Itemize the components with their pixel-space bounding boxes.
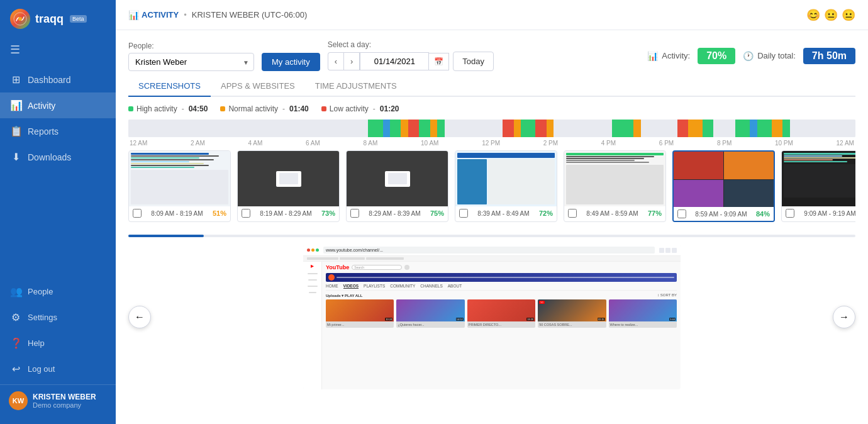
my-activity-button[interactable]: My activity bbox=[262, 53, 320, 71]
preview-section: ← www.youtube.com/channel/... bbox=[128, 245, 855, 389]
screenshot-checkbox-6[interactable] bbox=[677, 209, 686, 218]
activity-percentage-badge: 70% bbox=[698, 48, 735, 64]
sidebar-item-label-activity: Activity bbox=[28, 101, 55, 111]
downloads-icon: ⬇ bbox=[10, 151, 21, 163]
sidebar-item-dashboard[interactable]: ⊞ Dashboard bbox=[0, 67, 116, 92]
screenshot-time-6: 8:59 AM - 9:09 AM bbox=[695, 211, 747, 218]
screenshots-list: 8:09 AM - 8:19 AM 51% 8:19 AM - 8:29 AM … bbox=[128, 150, 855, 227]
screenshot-card-7[interactable]: 9:09 AM - 9:19 AM 99% bbox=[781, 150, 855, 222]
timeline-empty-5 bbox=[713, 120, 735, 137]
tab-screenshots[interactable]: SCREENSHOTS bbox=[128, 76, 211, 97]
screenshot-card-5[interactable]: 8:49 AM - 8:59 AM 77% bbox=[564, 150, 666, 222]
screenshot-time-5: 8:49 AM - 8:59 AM bbox=[586, 210, 638, 217]
timeline-bar[interactable] bbox=[128, 120, 855, 137]
clock-icon: 🕐 bbox=[743, 51, 754, 61]
timeline-labels: 12 AM 2 AM 4 AM 6 AM 8 AM 10 AM 12 PM 2 … bbox=[128, 140, 855, 147]
screenshot-footer-6: 8:59 AM - 9:09 AM 84% bbox=[674, 207, 774, 221]
activity-stat-label: Activity: bbox=[662, 51, 690, 60]
timeline-seg-green1 bbox=[368, 120, 382, 137]
screenshot-card-4[interactable]: 8:39 AM - 8:49 AM 72% bbox=[455, 150, 557, 222]
settings-icon: ⚙ bbox=[10, 311, 21, 323]
sidebar-item-activity[interactable]: 📊 Activity bbox=[0, 92, 116, 118]
people-icon: 👥 bbox=[10, 286, 21, 298]
screenshot-card-3[interactable]: 8:29 AM - 8:39 AM 75% bbox=[346, 150, 448, 222]
browser-topbar: www.youtube.com/channel/... bbox=[303, 245, 681, 256]
screenshot-footer-5: 8:49 AM - 8:59 AM 77% bbox=[564, 206, 665, 220]
timeline-empty-4 bbox=[641, 120, 677, 137]
scroll-indicator[interactable] bbox=[128, 235, 855, 237]
daily-total-label: Daily total: bbox=[757, 51, 796, 60]
mood-emojis: 😊 😐 😐 bbox=[806, 8, 855, 22]
bar-chart-icon: 📊 bbox=[128, 10, 139, 20]
main-nav: ⊞ Dashboard 📊 Activity 📋 Reports ⬇ Downl… bbox=[0, 62, 116, 279]
screenshot-card-6[interactable]: 8:59 AM - 9:09 AM 84% bbox=[672, 150, 775, 222]
preview-next-button[interactable]: → bbox=[833, 306, 855, 328]
screenshot-card-2[interactable]: 8:19 AM - 8:29 AM 73% bbox=[237, 150, 340, 222]
screenshot-thumb-5 bbox=[564, 151, 665, 206]
daily-total-stat: 🕐 Daily total: bbox=[743, 51, 796, 61]
timeline-seg-green4 bbox=[437, 120, 445, 137]
timeline-seg-blue2 bbox=[750, 120, 757, 137]
low-activity-dot bbox=[321, 106, 326, 111]
screenshot-thumb-2 bbox=[238, 151, 339, 206]
sidebar-item-reports[interactable]: 📋 Reports bbox=[0, 118, 116, 144]
screenshot-checkbox-2[interactable] bbox=[242, 209, 250, 218]
yt-video-card-2: 14:52 ¿Quieres hacer... bbox=[396, 299, 464, 328]
breadcrumb-separator: • bbox=[184, 10, 187, 20]
topbar: 📊 ACTIVITY • KRISTEN WEBER (UTC-06:00) 😊… bbox=[116, 0, 868, 30]
screenshot-thumb-1 bbox=[129, 151, 230, 206]
date-next-button[interactable]: › bbox=[343, 52, 360, 70]
emoji-neutral2: 😐 bbox=[842, 8, 855, 22]
screenshot-pct-3: 75% bbox=[430, 209, 444, 217]
svg-point-1 bbox=[18, 17, 22, 21]
preview-prev-button[interactable]: ← bbox=[128, 306, 151, 328]
content-tabs: SCREENSHOTS APPS & WEBSITES TIME ADJUSTM… bbox=[128, 76, 855, 97]
thumb-inner-box-3 bbox=[385, 171, 410, 187]
screenshot-checkbox-7[interactable] bbox=[786, 209, 794, 218]
tab-time-adjustments[interactable]: TIME ADJUSTMENTS bbox=[305, 76, 407, 97]
screenshot-checkbox-4[interactable] bbox=[459, 209, 468, 218]
screenshot-pct-6: 84% bbox=[756, 210, 770, 218]
beta-badge: Beta bbox=[70, 15, 87, 23]
sidebar-item-help[interactable]: ❓ Help bbox=[0, 330, 116, 356]
yt-nav-tabs: HOME VIDEOS PLAYLISTS COMMUNITY CHANNELS… bbox=[326, 284, 677, 291]
date-prev-button[interactable]: ‹ bbox=[328, 52, 343, 70]
yt-main: YouTube Search bbox=[322, 262, 681, 389]
tab-apps-websites[interactable]: APPS & WEBSITES bbox=[211, 76, 305, 97]
sidebar-item-people[interactable]: 👥 People bbox=[0, 279, 116, 304]
thumb-inner-box-2 bbox=[276, 171, 301, 187]
screenshot-checkbox-3[interactable] bbox=[350, 209, 359, 218]
normal-activity-dot bbox=[220, 106, 225, 111]
scroll-thumb bbox=[128, 235, 204, 237]
timeline-seg-green8 bbox=[735, 120, 750, 137]
sidebar-item-settings[interactable]: ⚙ Settings bbox=[0, 304, 116, 330]
content-area: People: Kristen Weber ▼ My activity Sele… bbox=[116, 30, 868, 424]
timeline-seg-red3 bbox=[535, 120, 546, 137]
legend-normal: Normal activity - 01:40 bbox=[220, 104, 308, 113]
timeline-seg-red1 bbox=[408, 120, 419, 137]
topbar-user-name: KRISTEN WEBER (UTC-06:00) bbox=[192, 10, 307, 20]
people-select[interactable]: Kristen Weber bbox=[128, 53, 254, 71]
screenshot-footer-3: 8:29 AM - 8:39 AM 75% bbox=[347, 206, 448, 220]
main-content: 📊 ACTIVITY • KRISTEN WEBER (UTC-06:00) 😊… bbox=[116, 0, 868, 424]
screenshot-card-1[interactable]: 8:09 AM - 8:19 AM 51% bbox=[128, 150, 231, 222]
screenshot-checkbox-1[interactable] bbox=[133, 209, 142, 218]
screenshot-checkbox-5[interactable] bbox=[568, 209, 577, 218]
screenshot-time-3: 8:29 AM - 8:39 AM bbox=[369, 210, 420, 217]
screenshot-pct-1: 51% bbox=[213, 209, 226, 217]
timeline-empty-2 bbox=[445, 120, 503, 137]
yt-video-card-5: 9:44 Where to realize... bbox=[609, 299, 677, 328]
today-button[interactable]: Today bbox=[453, 52, 494, 71]
sidebar-item-logout[interactable]: ↩ Log out bbox=[0, 356, 116, 382]
timeline-empty-1 bbox=[128, 120, 368, 137]
sidebar-item-downloads[interactable]: ⬇ Downloads bbox=[0, 144, 116, 170]
stats-area: 📊 Activity: 70% 🕐 Daily total: 7h 50m bbox=[647, 48, 855, 64]
screenshot-footer-4: 8:39 AM - 8:49 AM 72% bbox=[455, 206, 557, 220]
calendar-icon-button[interactable]: 📅 bbox=[429, 53, 449, 70]
yt-video-card-4: 22:15 50 50 COSAS SOBRE... bbox=[538, 299, 606, 328]
screenshot-thumb-4 bbox=[455, 151, 557, 206]
timeline-seg-orange6 bbox=[688, 120, 703, 137]
daily-total-badge: 7h 50m bbox=[803, 48, 855, 64]
date-input[interactable] bbox=[360, 52, 429, 70]
hamburger-menu[interactable]: ☰ bbox=[0, 38, 116, 62]
